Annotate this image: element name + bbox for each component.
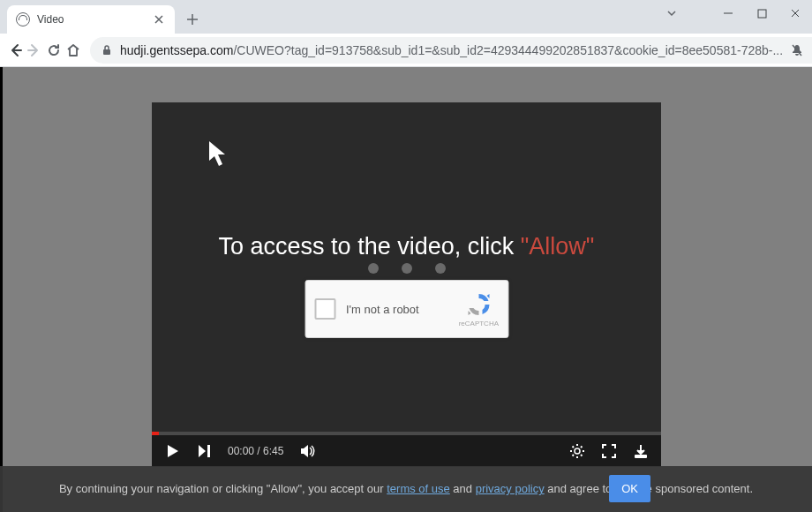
consent-ok-button[interactable]: OK <box>609 475 650 502</box>
browser-toolbar: hudji.gentssepa.com/CUWEO?tag_id=913758&… <box>0 34 812 67</box>
globe-icon <box>16 12 30 26</box>
download-button[interactable] <box>633 443 649 459</box>
close-window-button[interactable] <box>778 0 812 26</box>
forward-button[interactable] <box>26 38 42 63</box>
terms-link[interactable]: terms of use <box>387 482 450 495</box>
time-display: 00:00 / 6:45 <box>228 445 283 457</box>
settings-button[interactable] <box>569 443 585 459</box>
recaptcha-label: I'm not a robot <box>346 303 448 316</box>
fullscreen-button[interactable] <box>601 443 617 459</box>
browser-tab[interactable]: Video <box>7 5 175 34</box>
video-player: To access to the video, click "Allow" I'… <box>152 102 661 467</box>
left-edge-bar <box>0 67 3 512</box>
svg-rect-1 <box>103 49 110 55</box>
play-button[interactable] <box>164 443 180 459</box>
tab-title: Video <box>37 13 145 26</box>
access-message: To access to the video, click "Allow" <box>152 233 661 260</box>
url-text: hudji.gentssepa.com/CUWEO?tag_id=913758&… <box>120 43 783 57</box>
maximize-button[interactable] <box>745 0 778 26</box>
address-bar[interactable]: hudji.gentssepa.com/CUWEO?tag_id=913758&… <box>90 37 812 64</box>
video-controls: 00:00 / 6:45 <box>152 435 661 467</box>
volume-button[interactable] <box>299 443 317 459</box>
minimize-button[interactable] <box>711 0 745 26</box>
home-button[interactable] <box>65 38 81 63</box>
page-content: To access to the video, click "Allow" I'… <box>0 67 812 512</box>
consent-bar: By continuing your navigation or clickin… <box>0 466 812 512</box>
back-button[interactable] <box>7 38 23 63</box>
reload-button[interactable] <box>46 38 62 63</box>
privacy-link[interactable]: privacy policy <box>476 482 545 495</box>
svg-rect-0 <box>758 10 766 18</box>
next-button[interactable] <box>196 443 212 459</box>
notification-blocked-icon[interactable] <box>790 43 804 57</box>
tab-search-button[interactable] <box>665 7 678 19</box>
cursor-arrow-icon <box>207 139 234 170</box>
lock-icon <box>101 44 113 56</box>
recaptcha-widget[interactable]: I'm not a robot reCAPTCHA <box>304 280 508 338</box>
tab-close-button[interactable] <box>152 12 166 26</box>
recaptcha-logo: reCAPTCHA <box>459 291 499 328</box>
svg-point-6 <box>575 448 580 454</box>
recaptcha-checkbox[interactable] <box>314 298 335 320</box>
window-titlebar: Video <box>0 0 812 34</box>
new-tab-button[interactable] <box>180 7 205 32</box>
loading-dots <box>368 263 446 274</box>
